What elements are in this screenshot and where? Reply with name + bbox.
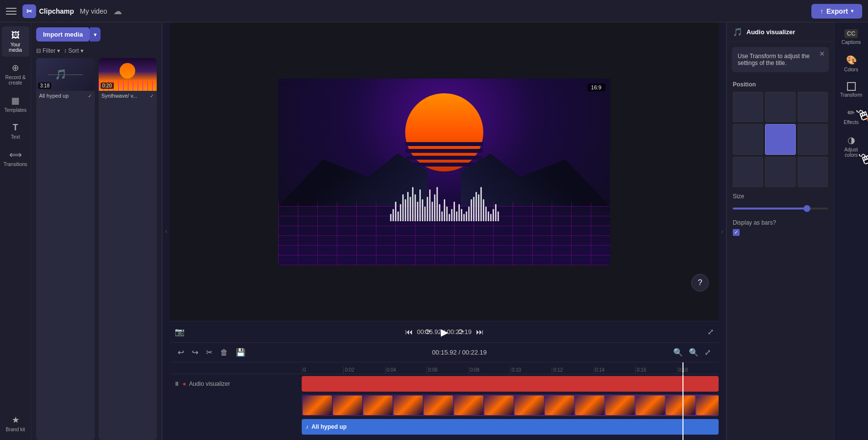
cut-button[interactable]: ✂ (204, 346, 214, 359)
media-panel: Import media ▾ ⊟ Filter ▾ ↕ Sort ▾ (31, 22, 162, 440)
skip-back-button[interactable]: ⏮ (403, 326, 415, 338)
sidebar-item-label-your-media: Your media (4, 42, 27, 53)
zoom-in-button[interactable]: 🔍 (687, 346, 701, 359)
timeline-expand-button[interactable]: ⤢ (703, 346, 713, 359)
hamburger-menu[interactable] (6, 6, 17, 17)
sidebar-item-label-brand: Brand kit (6, 427, 25, 432)
left-panel-collapse-handle[interactable]: ‹ (162, 22, 170, 440)
track-music: ♪ All hyped up (170, 418, 719, 436)
import-media-button[interactable]: Import media (36, 27, 90, 42)
redo-button[interactable]: ↪ (190, 346, 200, 359)
frs-effects[interactable]: ✏ Effects (837, 105, 866, 128)
tooltip-close-button[interactable]: ✕ (819, 50, 825, 58)
sidebar-item-record-create[interactable]: ⊕ Record &create (2, 59, 29, 89)
filter-button[interactable]: ⊟ Filter ▾ (36, 47, 60, 54)
zoom-out-button[interactable]: 🔍 (671, 346, 685, 359)
ruler-mark-008: 0:08 (469, 367, 510, 374)
app-name: Clipchamp (39, 7, 74, 15)
sort-label: Sort (68, 47, 79, 54)
delete-button[interactable]: 🗑 (218, 346, 230, 359)
track-label-audio-viz: ⏸ ● Audio visualizer (170, 380, 302, 387)
sidebar-item-text[interactable]: T Text (2, 119, 29, 144)
display-bars-checkbox[interactable] (733, 229, 740, 236)
size-label: Size (733, 193, 828, 200)
music-icon: ♪ (306, 423, 309, 430)
pos-tr[interactable] (798, 92, 828, 122)
pos-mr[interactable] (798, 124, 828, 154)
viz-bar (436, 187, 438, 221)
viz-bar (417, 202, 418, 221)
timeline-toolbar: ↩ ↪ ✂ 🗑 💾 00:15.92 / 00:22.19 🔍 🔍 ⤢ (170, 343, 719, 362)
pos-bl[interactable] (733, 157, 763, 187)
video-title[interactable]: My video (80, 7, 107, 15)
clip-video[interactable] (302, 395, 719, 416)
clip-music-label: All hyped up (311, 423, 347, 430)
filter-label: Filter (42, 47, 56, 54)
right-panel-collapse-handle[interactable]: › (719, 22, 726, 440)
media-name-1: All hyped up (39, 93, 69, 99)
sort-button[interactable]: ↕ Sort ▾ (64, 47, 83, 54)
adjust-colors-icon: ◑ (847, 135, 855, 146)
media-item-1[interactable]: 🎵 3:18 All hyped up ✓ (36, 58, 95, 440)
pos-mc[interactable] (765, 124, 795, 154)
skip-forward-button[interactable]: ⏭ (474, 326, 486, 338)
track-name-audio-viz: Audio visualizer (189, 380, 230, 387)
track-content-video[interactable] (302, 394, 719, 417)
track-video (170, 394, 719, 417)
viz-bar (485, 207, 487, 221)
pos-bc[interactable] (765, 157, 795, 187)
expand-preview-button[interactable]: ⤢ (707, 327, 714, 336)
frs-captions[interactable]: CC Captions (837, 26, 866, 48)
import-media-dropdown[interactable]: ▾ (90, 27, 101, 42)
sidebar-item-your-media[interactable]: 🖼 Your media (2, 26, 29, 57)
sidebar-item-brand-kit[interactable]: ★ Brand kit (2, 411, 29, 436)
media-check-1: ✓ (88, 93, 92, 99)
timecode-display: 00:15.92 / 00:22.19 (417, 328, 472, 335)
display-bars-section: Display as bars? (727, 215, 834, 240)
size-slider[interactable] (733, 208, 828, 210)
clip-music[interactable]: ♪ All hyped up (302, 419, 719, 435)
export-label: Export (827, 7, 848, 15)
sidebar-item-label-text: Text (11, 134, 20, 140)
viz-bar (471, 199, 472, 221)
frs-colors[interactable]: 🎨 Colors (837, 52, 866, 75)
clip-music-content: ♪ All hyped up (302, 419, 719, 435)
viz-bar (393, 209, 394, 221)
tl-timecode-total: 00:22.19 (462, 349, 487, 356)
media-label-2: Synthwave/ v... ✓ (99, 91, 157, 101)
sidebar-item-templates[interactable]: ▦ Templates (2, 91, 29, 117)
viz-bar (400, 204, 401, 221)
audio-visualizer-bars (278, 182, 610, 221)
camera-button[interactable]: 📷 (175, 327, 185, 336)
main-layout: 🖼 Your media ⊕ Record &create ▦ Template… (0, 22, 868, 440)
pos-ml[interactable] (733, 124, 763, 154)
size-section: Size (727, 189, 834, 215)
help-button[interactable]: ? (691, 274, 709, 292)
viz-bar (463, 214, 465, 221)
track-color-dot: ● (183, 380, 186, 387)
sidebar-item-label-transitions: Transitions (3, 162, 27, 167)
media-grid: 🎵 3:18 All hyped up ✓ 0:20 (31, 58, 162, 440)
save-button[interactable]: 💾 (234, 346, 248, 359)
track-content-audio-viz[interactable] (302, 375, 719, 393)
sidebar-item-transitions[interactable]: ⟺ Transitions (2, 146, 29, 171)
export-button[interactable]: ↑ Export ▾ (811, 4, 862, 19)
frs-adjust-colors[interactable]: ◑ Adjust colors (837, 132, 866, 161)
your-media-icon: 🖼 (11, 30, 20, 41)
templates-icon: ▦ (11, 95, 20, 106)
clip-audio-viz[interactable] (302, 376, 719, 392)
pos-tl[interactable] (733, 92, 763, 122)
frs-label-captions: Captions (842, 40, 861, 45)
viz-bar (493, 209, 494, 221)
undo-button[interactable]: ↩ (176, 346, 186, 359)
media-item-2[interactable]: 0:20 Synthwave/ v... ✓ (99, 58, 157, 440)
pos-br[interactable] (798, 157, 828, 187)
track-content-music[interactable]: ♪ All hyped up (302, 418, 719, 436)
left-sidebar: 🖼 Your media ⊕ Record &create ▦ Template… (0, 22, 31, 440)
frs-label-colors: Colors (844, 67, 858, 72)
timecode-total: 00:22.19 (447, 328, 472, 335)
frs-transform[interactable]: Transform (837, 79, 866, 101)
pos-tc[interactable] (765, 92, 795, 122)
viz-bar (422, 199, 423, 221)
tooltip-box: ✕ Use Transform to adjust the settings o… (732, 47, 829, 72)
